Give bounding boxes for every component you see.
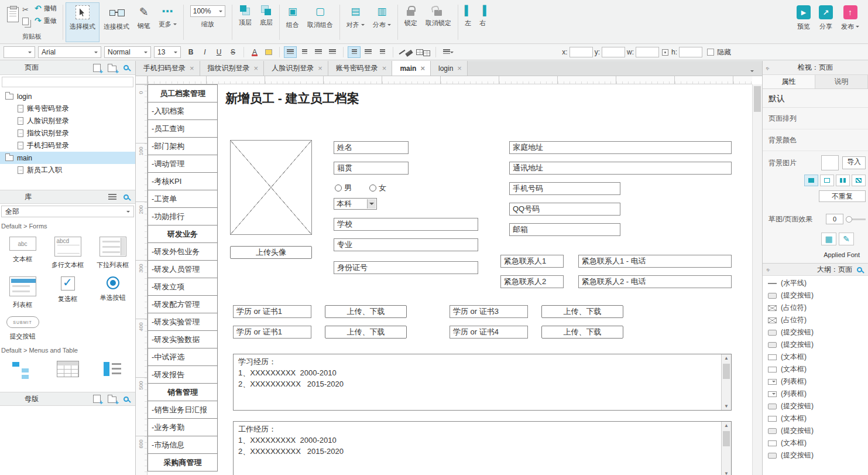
underline-button[interactable]: U — [212, 46, 225, 58]
wireframe-upload-download-button[interactable]: 上传、下载 — [541, 305, 623, 318]
wireframe-menu-item[interactable]: -中试评选 — [147, 348, 218, 366]
align-text-justify-button[interactable] — [326, 46, 339, 58]
ungroup-button[interactable]: 取消组合 — [303, 2, 337, 42]
style-select[interactable] — [4, 46, 35, 58]
valign-bottom-button[interactable] — [376, 46, 389, 58]
preview-button[interactable]: 预览 — [792, 2, 815, 42]
outline-item[interactable]: (列表框) — [763, 375, 868, 388]
search-icon[interactable] — [123, 194, 129, 200]
tab-notes[interactable]: 说明 — [815, 75, 868, 88]
hide-checkbox[interactable] — [707, 49, 714, 56]
outline-item[interactable]: (文本框) — [763, 363, 868, 375]
bring-to-front-button[interactable]: 顶层 — [235, 2, 256, 42]
wireframe-experience-textarea[interactable]: 工作经历： 1、XXXXXXXXX 2000-2010 2、XXXXXXXXXX… — [233, 421, 732, 475]
font-sketch-button[interactable] — [839, 233, 854, 245]
outline-item[interactable]: (提交按钮) — [763, 449, 868, 462]
wireframe-menu-item[interactable]: -功勋排行 — [147, 207, 218, 225]
align-text-left-button[interactable] — [284, 46, 297, 58]
library-widget[interactable]: 复选框 — [45, 269, 90, 309]
wireframe-mail-address-input[interactable]: 通讯地址 — [509, 162, 732, 175]
wireframe-contact1-input[interactable]: 紧急联系人1 — [500, 255, 564, 268]
page-tree-item[interactable]: 新员工入职 — [0, 164, 135, 176]
align-button[interactable]: 对齐 — [342, 2, 369, 42]
wireframe-radio-female[interactable]: 女 — [369, 183, 386, 193]
page-tree-item[interactable]: 手机扫码登录 — [0, 139, 135, 152]
strikethrough-button[interactable]: S — [227, 46, 239, 58]
outline-item[interactable]: (水平线) — [763, 277, 868, 289]
wireframe-contact2-input[interactable]: 紧急联系人2 — [500, 275, 564, 288]
close-tab-icon[interactable] — [318, 64, 323, 73]
unlock-button[interactable]: 取消锁定 — [421, 2, 455, 42]
cut-icon[interactable] — [22, 4, 31, 15]
outline-item[interactable]: (占位符) — [763, 314, 868, 326]
tab-overflow-button[interactable] — [750, 66, 754, 76]
image-align-fit-button[interactable] — [820, 175, 834, 186]
search-icon[interactable] — [123, 397, 129, 402]
wireframe-menu-item[interactable]: -研发实验管理 — [147, 313, 218, 331]
h-input[interactable] — [679, 47, 702, 57]
wireframe-menu-item[interactable]: 员工档案管理 — [147, 84, 218, 102]
bold-button[interactable]: B — [184, 46, 197, 58]
y-input[interactable] — [602, 47, 625, 57]
document-tab[interactable]: main — [392, 61, 431, 76]
close-tab-icon[interactable] — [254, 64, 259, 73]
wireframe-menu-item[interactable]: -研发报告 — [147, 365, 218, 384]
wireframe-upload-download-button[interactable]: 上传、下载 — [541, 326, 623, 339]
close-tab-icon[interactable] — [382, 64, 387, 73]
add-master-icon[interactable] — [93, 395, 101, 403]
wireframe-upload-download-button[interactable]: 上传、下载 — [325, 326, 407, 339]
wireframe-menu-item[interactable]: -业务考勤 — [147, 418, 218, 436]
outline-item[interactable]: (提交按钮) — [763, 425, 868, 437]
outline-item[interactable]: (占位符) — [763, 302, 868, 314]
valign-middle-button[interactable] — [362, 46, 375, 58]
wireframe-menu-item[interactable]: -销售业务日汇报 — [147, 401, 218, 419]
tab-properties[interactable]: 属性 — [763, 75, 815, 88]
wireframe-hometown-input[interactable]: 籍贯 — [334, 162, 409, 175]
library-widget[interactable] — [0, 354, 45, 389]
wireframe-menu-item[interactable]: -工资单 — [147, 190, 218, 208]
collapse-panel-icon[interactable] — [767, 265, 770, 274]
italic-button[interactable]: I — [198, 46, 211, 58]
document-tab[interactable]: login — [431, 61, 468, 76]
canvas-vertical-scrollbar[interactable] — [752, 84, 762, 475]
outline-item[interactable]: (提交按钮) — [763, 289, 868, 302]
font-family-select[interactable]: Arial — [38, 46, 101, 58]
wireframe-menu-item[interactable]: -研发外包业务 — [147, 242, 218, 261]
wireframe-menu-item[interactable]: -调动管理 — [147, 155, 218, 173]
add-folder-icon[interactable] — [108, 66, 116, 72]
close-tab-icon[interactable] — [457, 64, 462, 73]
wireframe-name-input[interactable]: 姓名 — [334, 141, 409, 154]
page-tree-item[interactable]: login — [0, 90, 135, 102]
library-filter-select[interactable]: 全部 — [1, 206, 134, 217]
align-text-right-button[interactable] — [312, 46, 325, 58]
document-tab[interactable]: 指纹识别登录 — [200, 61, 265, 76]
outline-item[interactable]: (文本框) — [763, 412, 868, 425]
scrollbar-thumb[interactable] — [754, 86, 761, 112]
library-widget[interactable]: 列表框 — [0, 269, 45, 309]
color-mode-button[interactable] — [821, 233, 836, 245]
wireframe-email-input[interactable]: 邮箱 — [509, 223, 620, 236]
outline-item[interactable]: (提交按钮) — [763, 339, 868, 351]
w-input[interactable] — [636, 47, 659, 57]
wireframe-home-address-input[interactable]: 家庭地址 — [509, 141, 732, 154]
image-align-center-button[interactable] — [836, 175, 850, 186]
textarea-scrollbar[interactable] — [721, 422, 731, 475]
pen-button[interactable]: 钢笔 — [133, 2, 155, 42]
fill-color-button[interactable] — [262, 46, 275, 58]
publish-button[interactable]: 发布 — [837, 2, 863, 42]
search-icon[interactable] — [857, 267, 862, 272]
copy-icon[interactable] — [22, 18, 29, 25]
no-repeat-button[interactable]: 不重复 — [819, 190, 866, 202]
wireframe-certificate-input[interactable]: 学历 or 证书1 — [233, 305, 311, 318]
wireframe-menu-item[interactable]: -员工查询 — [147, 119, 218, 138]
font-color-button[interactable]: A — [248, 46, 261, 58]
line-style-button[interactable] — [397, 46, 414, 58]
wireframe-experience-textarea[interactable]: 学习经历： 1、XXXXXXXXX 2000-2010 2、XXXXXXXXXX… — [233, 354, 732, 411]
wireframe-menu-item[interactable]: 销售管理 — [147, 383, 218, 401]
image-align-fill-button[interactable] — [804, 175, 818, 186]
wireframe-radio-male[interactable]: 男 — [335, 183, 352, 193]
outline-item[interactable]: (提交按钮) — [763, 400, 868, 412]
wireframe-certificate-input[interactable]: 学历 or 证书4 — [450, 326, 528, 339]
wireframe-photo-placeholder[interactable] — [230, 140, 312, 235]
select-mode-button[interactable]: 选择模式 — [66, 2, 100, 42]
